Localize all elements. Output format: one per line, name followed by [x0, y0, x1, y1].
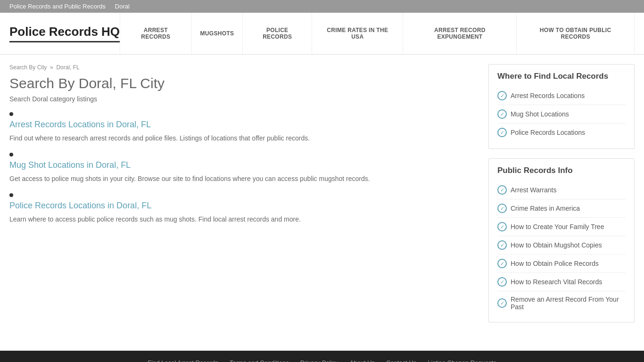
sidebar-link-0[interactable]: ✓Arrest Warrants: [497, 181, 626, 199]
sidebar-box1-title: Where to Find Local Records: [497, 72, 626, 81]
sidebar-link-4[interactable]: ✓How to Obtain Police Records: [497, 255, 626, 273]
footer-link-1[interactable]: Terms and Conditions: [230, 359, 289, 362]
bullet-dot-2: [9, 193, 13, 197]
sidebar-link-label-5: How to Research Vital Records: [511, 278, 602, 286]
sidebar-link-1[interactable]: ✓Crime Rates in America: [497, 199, 626, 218]
main-nav: ARREST RECORDSMUGSHOTSPOLICE RECORDSCRIM…: [120, 13, 635, 54]
footer-links: Find Local Arrest RecordsTerms and Condi…: [9, 359, 635, 362]
sidebar-link-label-2: How to Create Your Family Tree: [511, 223, 604, 230]
footer: Find Local Arrest RecordsTerms and Condi…: [0, 351, 644, 362]
check-icon-4: ✓: [497, 259, 507, 268]
topbar-link-home[interactable]: Police Records and Public Records: [9, 3, 106, 10]
bullet-dot-1: [9, 153, 13, 156]
footer-link-2[interactable]: Privacy Policy: [300, 359, 339, 362]
footer-link-3[interactable]: About Us: [350, 359, 375, 362]
sidebar-link-label-6: Remove an Arrest Record From Your Past: [511, 296, 626, 311]
sidebar-box-public-info: Public Records Info ✓Arrest Warrants✓Cri…: [488, 158, 635, 322]
sidebar-link-2[interactable]: ✓How to Create Your Family Tree: [497, 218, 626, 236]
sidebar-link-label-0: Arrest Records Locations: [511, 92, 585, 99]
sidebar-link-2[interactable]: ✓Police Records Locations: [497, 123, 626, 141]
topbar-link-city[interactable]: Doral: [115, 3, 130, 10]
main-container: Search By City » Doral, FL Search By Dor…: [0, 55, 644, 351]
check-icon-1: ✓: [497, 204, 507, 213]
logo[interactable]: Police Records HQ: [9, 15, 120, 52]
check-icon-0: ✓: [497, 185, 507, 195]
check-icon-2: ✓: [497, 128, 507, 137]
sidebar-link-6[interactable]: ✓Remove an Arrest Record From Your Past: [497, 291, 626, 315]
content-area: Search By City » Doral, FL Search By Dor…: [9, 64, 474, 332]
bullet-dot-0: [9, 112, 13, 116]
sidebar-link-label-4: How to Obtain Police Records: [511, 260, 599, 267]
check-icon-2: ✓: [497, 222, 507, 231]
footer-link-5[interactable]: Listing Change Requests: [428, 359, 496, 362]
nav-item-arrest-records[interactable]: ARREST RECORDS: [120, 13, 191, 54]
page-subtitle: Search Doral category listings: [9, 95, 470, 103]
sidebar-links-local: ✓Arrest Records Locations✓Mug Shot Locat…: [497, 87, 626, 141]
section-desc-2: Learn where to access public police reco…: [9, 214, 470, 224]
top-bar: Police Records and Public Records Doral: [0, 0, 644, 13]
section-desc-1: Get access to police mug shots in your c…: [9, 174, 470, 184]
breadcrumb-current: Doral, FL: [56, 64, 79, 71]
breadcrumb: Search By City » Doral, FL: [9, 64, 470, 71]
footer-link-0[interactable]: Find Local Arrest Records: [148, 359, 218, 362]
check-icon-0: ✓: [497, 91, 507, 100]
nav-item-police-records[interactable]: POLICE RECORDS: [243, 13, 312, 54]
section-title-2[interactable]: Police Records Locations in Doral, FL: [9, 201, 470, 211]
content-sections: Arrest Records Locations in Doral, FLFin…: [9, 112, 470, 224]
sidebar-box2-title: Public Records Info: [497, 166, 626, 175]
nav-item-how-to-obtain-public-records[interactable]: HOW TO OBTAIN PUBLIC RECORDS: [517, 13, 635, 54]
check-icon-6: ✓: [497, 298, 507, 308]
header: Police Records HQ ARREST RECORDSMUGSHOTS…: [0, 13, 644, 55]
sidebar-links-public: ✓Arrest Warrants✓Crime Rates in America✓…: [497, 181, 626, 315]
sidebar-box-local-records: Where to Find Local Records ✓Arrest Reco…: [488, 64, 635, 149]
logo-text: Police Records HQ: [9, 25, 120, 42]
sidebar-link-label-1: Mug Shot Locations: [511, 110, 569, 118]
sidebar-link-5[interactable]: ✓How to Research Vital Records: [497, 273, 626, 291]
breadcrumb-parent[interactable]: Search By City: [9, 64, 47, 71]
sidebar-link-0[interactable]: ✓Arrest Records Locations: [497, 87, 626, 105]
sidebar-link-label-1: Crime Rates in America: [511, 205, 580, 212]
sidebar-link-label-2: Police Records Locations: [511, 129, 585, 136]
check-icon-1: ✓: [497, 109, 507, 119]
sidebar-link-label-0: Arrest Warrants: [511, 186, 557, 194]
nav-item-crime-rates-in-the-usa[interactable]: CRIME RATES IN THE USA: [312, 13, 403, 54]
section-title-1[interactable]: Mug Shot Locations in Doral, FL: [9, 160, 470, 170]
section-title-0[interactable]: Arrest Records Locations in Doral, FL: [9, 120, 470, 130]
check-icon-3: ✓: [497, 240, 507, 250]
sidebar-link-label-3: How to Obtain Mugshot Copies: [511, 241, 602, 249]
footer-link-4[interactable]: Contact Us: [386, 359, 416, 362]
page-title: Search By Doral, FL City: [9, 75, 470, 91]
sidebar: Where to Find Local Records ✓Arrest Reco…: [488, 64, 635, 332]
section-desc-0: Find out where to research arrest record…: [9, 133, 470, 143]
sidebar-link-1[interactable]: ✓Mug Shot Locations: [497, 105, 626, 123]
nav-item-arrest-record-expungement[interactable]: ARREST RECORD EXPUNGEMENT: [403, 13, 517, 54]
nav-item-mugshots[interactable]: MUGSHOTS: [192, 13, 243, 54]
sidebar-link-3[interactable]: ✓How to Obtain Mugshot Copies: [497, 236, 626, 255]
check-icon-5: ✓: [497, 277, 507, 287]
